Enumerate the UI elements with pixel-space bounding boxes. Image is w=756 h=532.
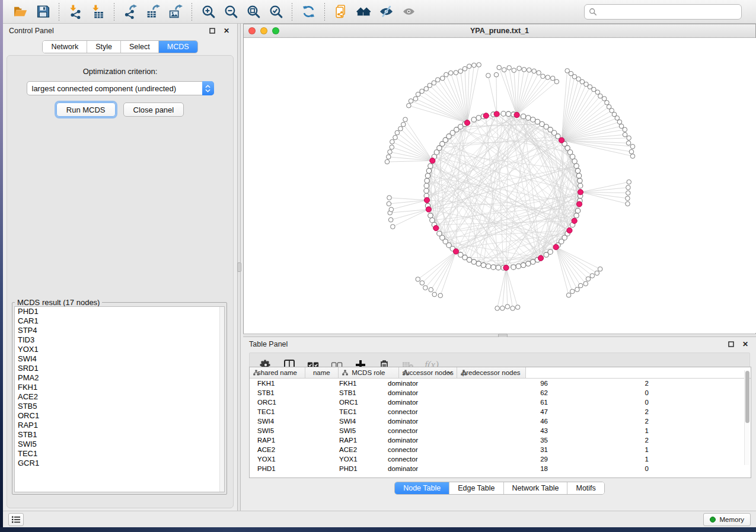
table-row[interactable]: SWI4SWI4dominator462: [250, 416, 751, 426]
optimization-criterion-select[interactable]: largest connected component (undirected): [27, 81, 214, 95]
mcds-hub-node[interactable]: [483, 113, 489, 118]
save-session-button[interactable]: [33, 2, 53, 22]
table-cell[interactable]: ACE2: [331, 446, 380, 453]
search-input[interactable]: [600, 6, 737, 18]
table-cell[interactable]: SWI5: [331, 427, 380, 434]
mcds-hub-node[interactable]: [424, 197, 429, 203]
table-scrollbar[interactable]: [744, 370, 749, 465]
network-document-button[interactable]: [331, 2, 351, 22]
mcds-list-scrollbar[interactable]: [219, 307, 224, 492]
mcds-result-item[interactable]: CAR1: [15, 316, 224, 326]
table-cell[interactable]: FKH1: [250, 380, 331, 387]
table-cell[interactable]: STB1: [250, 389, 331, 396]
hide-eye-button[interactable]: [376, 2, 396, 22]
table-row[interactable]: ACE2ACE2connector311: [250, 445, 751, 454]
task-history-button[interactable]: [8, 513, 24, 526]
mcds-result-item[interactable]: STB1: [15, 430, 224, 440]
mcds-hub-node[interactable]: [433, 225, 439, 230]
table-cell[interactable]: 47: [469, 408, 555, 415]
mcds-result-item[interactable]: FKH1: [15, 383, 224, 392]
tab-style[interactable]: Style: [87, 41, 121, 53]
mcds-result-item[interactable]: GCR1: [15, 459, 224, 468]
mcds-result-item[interactable]: STP4: [15, 326, 224, 335]
table-cell[interactable]: 1: [555, 446, 656, 453]
table-cell[interactable]: connector: [380, 456, 469, 463]
table-cell[interactable]: dominator: [380, 380, 469, 387]
zoom-out-button[interactable]: [221, 2, 241, 22]
mcds-hub-node[interactable]: [514, 112, 519, 117]
mcds-hub-node[interactable]: [453, 249, 458, 254]
network-graph-canvas[interactable]: [244, 38, 756, 333]
homes-button[interactable]: [353, 2, 374, 22]
close-panel-button[interactable]: ✕: [222, 26, 231, 36]
table-cell[interactable]: 62: [469, 389, 555, 396]
table-cell[interactable]: 96: [469, 380, 555, 387]
table-cell[interactable]: TEC1: [331, 408, 380, 415]
close-mcds-panel-button[interactable]: Close panel: [123, 102, 184, 117]
export-network-button[interactable]: [120, 2, 141, 22]
float-panel-button[interactable]: [726, 339, 736, 349]
window-maximize-traffic-light[interactable]: [272, 27, 279, 34]
table-cell[interactable]: STB1: [331, 389, 380, 396]
tab-motifs[interactable]: Motifs: [567, 482, 604, 494]
table-cell[interactable]: YOX1: [331, 456, 380, 463]
table-cell[interactable]: RAP1: [250, 437, 331, 444]
table-cell[interactable]: 35: [469, 437, 555, 444]
mcds-hub-node[interactable]: [559, 137, 564, 143]
memory-button[interactable]: Memory: [703, 513, 751, 526]
mcds-result-item[interactable]: TEC1: [15, 449, 224, 459]
table-cell[interactable]: PHD1: [331, 465, 380, 472]
zoom-selected-button[interactable]: [266, 2, 286, 22]
table-cell[interactable]: 2: [555, 380, 656, 387]
tab-network-table[interactable]: Network Table: [504, 482, 568, 494]
mcds-result-item[interactable]: SWI5: [15, 440, 224, 449]
mcds-hub-node[interactable]: [553, 244, 559, 249]
zoom-fit-button[interactable]: [243, 2, 263, 22]
mcds-result-item[interactable]: SWI4: [15, 354, 224, 364]
table-cell[interactable]: dominator: [380, 389, 469, 396]
table-cell[interactable]: 18: [469, 465, 555, 472]
tab-network[interactable]: Network: [43, 41, 87, 53]
table-cell[interactable]: PHD1: [250, 465, 331, 472]
table-cell[interactable]: 2: [555, 408, 656, 415]
mcds-result-item[interactable]: ORC1: [15, 411, 224, 421]
mcds-result-item[interactable]: TID3: [15, 335, 224, 345]
table-row[interactable]: PHD1PHD1dominator180: [250, 464, 751, 473]
mcds-result-item[interactable]: ACE2: [15, 392, 224, 402]
table-cell[interactable]: ORC1: [250, 399, 331, 406]
table-row[interactable]: STB1STB1dominator620: [250, 388, 751, 398]
mcds-result-item[interactable]: STB5: [15, 402, 224, 411]
column-header-predecessor-nodes[interactable]: predecessor nodes: [457, 367, 526, 378]
table-cell[interactable]: 61: [469, 399, 555, 406]
mcds-hub-node[interactable]: [572, 218, 577, 223]
mcds-result-list[interactable]: PHD1CAR1STP4TID3YOX1SWI4SRD1PMA2FKH1ACE2…: [14, 306, 225, 492]
mcds-hub-node[interactable]: [567, 227, 572, 233]
table-cell[interactable]: 46: [469, 418, 555, 425]
import-table-button[interactable]: [88, 2, 108, 22]
window-close-traffic-light[interactable]: [248, 27, 256, 34]
table-cell[interactable]: YOX1: [250, 456, 331, 463]
export-table-button[interactable]: [143, 2, 163, 22]
table-row[interactable]: YOX1YOX1connector291: [250, 454, 751, 464]
table-cell[interactable]: FKH1: [331, 380, 380, 387]
tab-node-table[interactable]: Node Table: [395, 482, 449, 494]
run-mcds-button[interactable]: Run MCDS: [56, 102, 116, 117]
table-cell[interactable]: dominator: [380, 399, 469, 406]
mcds-result-item[interactable]: SRD1: [15, 364, 224, 373]
open-file-button[interactable]: [10, 2, 30, 22]
table-cell[interactable]: 0: [555, 389, 656, 396]
table-row[interactable]: ORC1ORC1dominator610: [250, 398, 751, 407]
tab-select[interactable]: Select: [121, 41, 159, 53]
table-cell[interactable]: connector: [380, 427, 469, 434]
float-panel-button[interactable]: [208, 26, 217, 36]
mcds-hub-node[interactable]: [503, 265, 509, 270]
table-cell[interactable]: TEC1: [250, 408, 331, 415]
column-header-successor-nodes[interactable]: successor nodes: [399, 367, 458, 378]
refresh-button[interactable]: [298, 2, 318, 22]
table-row[interactable]: TEC1TEC1connector472: [250, 407, 751, 416]
mcds-hub-node[interactable]: [464, 120, 470, 126]
table-cell[interactable]: connector: [380, 408, 469, 415]
zoom-in-button[interactable]: [198, 2, 218, 22]
import-network-button[interactable]: [65, 2, 85, 22]
table-cell[interactable]: SWI4: [331, 418, 380, 425]
